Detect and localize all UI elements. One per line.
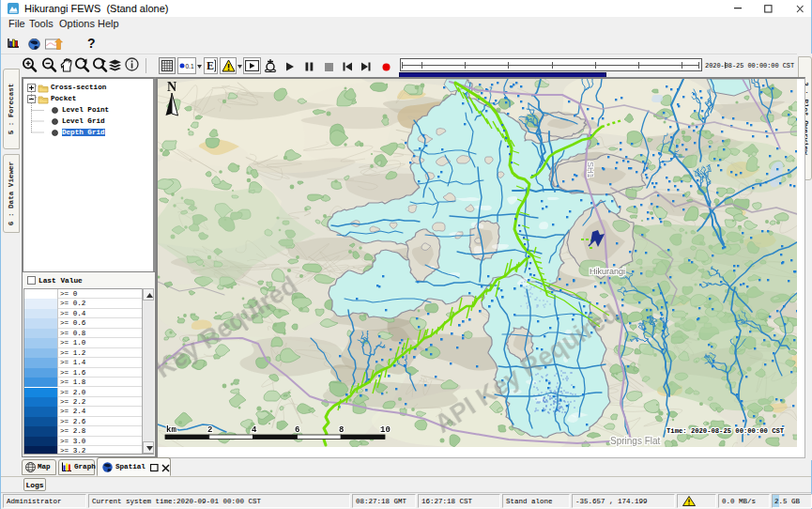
svg-text:Time: 2020-08-25 00:00:00 CST: Time: 2020-08-25 00:00:00 CST [666,427,785,435]
svg-text:2: 2 [207,425,212,435]
svg-text:N: N [167,80,176,94]
svg-text:E: E [207,59,214,72]
svg-text:Springs Flat: Springs Flat [610,436,661,446]
svg-text:km: km [166,425,176,435]
svg-text:0.1: 0.1 [186,63,194,69]
svg-text:4: 4 [252,425,257,435]
svg-text:10: 10 [380,425,391,435]
svg-text:6: 6 [295,425,299,435]
svg-text:8: 8 [339,425,344,435]
svg-text:SH1: SH1 [586,162,595,178]
svg-text:Hikurangi: Hikurangi [590,267,625,276]
